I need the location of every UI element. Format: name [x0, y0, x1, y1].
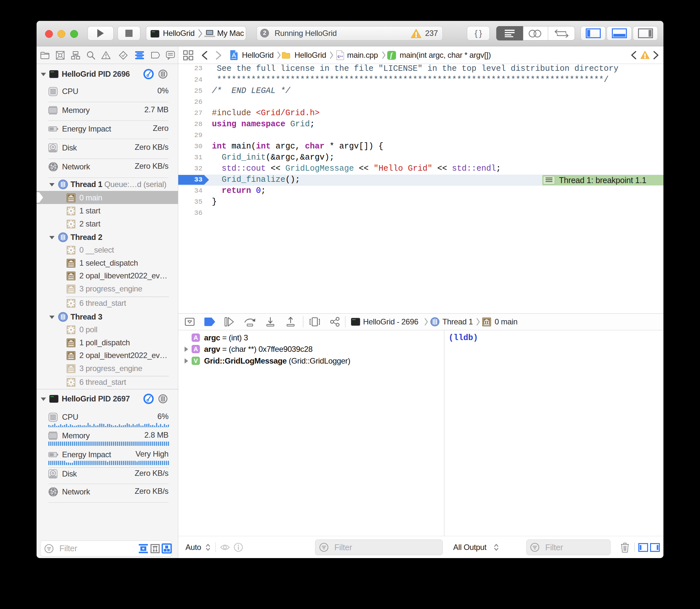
svg-text:++: ++ [340, 55, 343, 58]
svg-text:c: c [338, 54, 340, 59]
